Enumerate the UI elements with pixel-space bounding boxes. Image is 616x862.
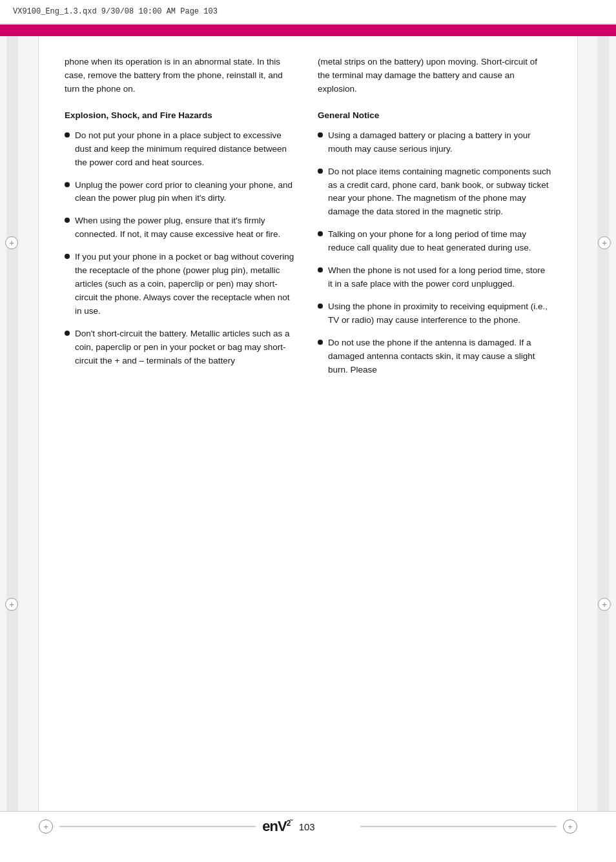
bullet-text: Do not place items containing magnetic c… bbox=[328, 165, 551, 220]
list-item: Using a damaged battery or placing a bat… bbox=[318, 129, 551, 156]
bullet-text: Do not use the phone if the antenna is d… bbox=[328, 336, 551, 377]
bullet-dot-icon bbox=[318, 231, 323, 236]
footer-line bbox=[59, 826, 256, 827]
bullet-text: If you put your phone in a pocket or bag… bbox=[75, 251, 298, 318]
bullet-dot-icon bbox=[65, 132, 70, 138]
left-reg-mark-top bbox=[5, 236, 18, 249]
list-item: When using the power plug, ensure that i… bbox=[65, 214, 298, 241]
bullet-dot-icon bbox=[65, 331, 70, 336]
footer-logo-area: enV2˜ 103 bbox=[262, 818, 353, 835]
list-item: Do not put your phone in a place subject… bbox=[65, 129, 298, 170]
bullet-dot-icon bbox=[318, 169, 323, 174]
bullet-text: When using the power plug, ensure that i… bbox=[75, 214, 298, 241]
footer-line-right bbox=[360, 826, 557, 827]
right-column: (metal strips on the battery) upon movin… bbox=[318, 56, 551, 785]
left-column: phone when its operation is in an abnorm… bbox=[65, 56, 298, 785]
list-item: When the phone is not used for a long pe… bbox=[318, 264, 551, 291]
env2-logo: enV2˜ bbox=[262, 818, 292, 835]
list-item: Unplug the power cord prior to cleaning … bbox=[65, 179, 298, 206]
left-reg-mark-bottom bbox=[5, 598, 18, 611]
left-sidebar bbox=[0, 36, 39, 811]
pink-accent-bar bbox=[0, 25, 616, 36]
right-sidebar bbox=[577, 36, 616, 811]
env2-logo-mark: ˜ bbox=[290, 818, 292, 828]
footer-area: + enV2˜ 103 + bbox=[0, 812, 616, 841]
left-sidebar-accent bbox=[6, 36, 18, 811]
bullet-dot-icon bbox=[65, 254, 70, 259]
bullet-text: When the phone is not used for a long pe… bbox=[328, 264, 551, 291]
footer-circle-left: + bbox=[39, 819, 53, 834]
page-wrapper: phone when its operation is in an abnorm… bbox=[0, 36, 616, 811]
header-bar: VX9100_Eng_1.3.qxd 9/30/08 10:00 AM Page… bbox=[0, 0, 616, 25]
page-number: 103 bbox=[299, 821, 315, 832]
header-text: VX9100_Eng_1.3.qxd 9/30/08 10:00 AM Page… bbox=[13, 7, 218, 16]
bullet-dot-icon bbox=[318, 267, 323, 272]
right-intro-text: (metal strips on the battery) upon movin… bbox=[318, 56, 551, 96]
footer-circle-right: + bbox=[563, 819, 577, 834]
list-item: Do not place items containing magnetic c… bbox=[318, 165, 551, 220]
right-bullet-list: Using a damaged battery or placing a bat… bbox=[318, 129, 551, 377]
main-content: phone when its operation is in an abnorm… bbox=[39, 36, 577, 811]
right-reg-mark-top bbox=[598, 236, 611, 249]
bullet-text: Don't short-circuit the battery. Metalli… bbox=[75, 327, 298, 368]
bullet-dot-icon bbox=[318, 132, 323, 138]
bullet-dot-icon bbox=[65, 182, 70, 187]
bullet-dot-icon bbox=[318, 303, 323, 309]
bullet-dot-icon bbox=[65, 218, 70, 223]
list-item: Using the phone in proximity to receivin… bbox=[318, 300, 551, 327]
bullet-dot-icon bbox=[318, 340, 323, 345]
left-bullet-list: Do not put your phone in a place subject… bbox=[65, 129, 298, 368]
right-reg-mark-bottom bbox=[598, 598, 611, 611]
left-intro-text: phone when its operation is in an abnorm… bbox=[65, 56, 298, 96]
bullet-text: Unplug the power cord prior to cleaning … bbox=[75, 179, 298, 206]
bullet-text: Using the phone in proximity to receivin… bbox=[328, 300, 551, 327]
bullet-text: Using a damaged battery or placing a bat… bbox=[328, 129, 551, 156]
env2-logo-text: enV bbox=[262, 818, 286, 834]
bullet-text: Do not put your phone in a place subject… bbox=[75, 129, 298, 170]
list-item: If you put your phone in a pocket or bag… bbox=[65, 251, 298, 318]
list-item: Don't short-circuit the battery. Metalli… bbox=[65, 327, 298, 368]
right-sidebar-accent bbox=[597, 36, 609, 811]
left-section-heading: Explosion, Shock, and Fire Hazards bbox=[65, 110, 298, 120]
list-item: Do not use the phone if the antenna is d… bbox=[318, 336, 551, 377]
right-section-heading: General Notice bbox=[318, 110, 551, 120]
list-item: Talking on your phone for a long period … bbox=[318, 228, 551, 255]
bullet-text: Talking on your phone for a long period … bbox=[328, 228, 551, 255]
